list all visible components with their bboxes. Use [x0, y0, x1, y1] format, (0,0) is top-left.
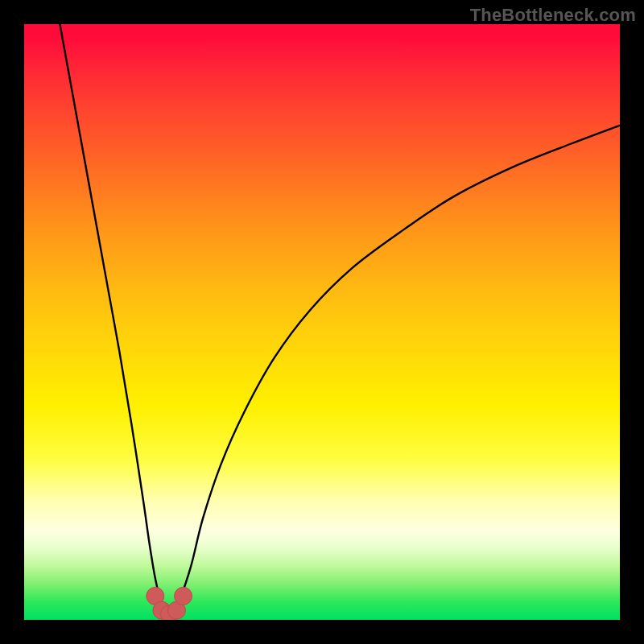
minimum-marker — [175, 587, 192, 605]
bottleneck-curve — [60, 24, 620, 615]
chart-frame — [24, 24, 620, 620]
watermark-text: TheBottleneck.com — [470, 5, 636, 26]
minimum-marker-cluster — [147, 587, 192, 620]
chart-svg — [24, 24, 620, 620]
